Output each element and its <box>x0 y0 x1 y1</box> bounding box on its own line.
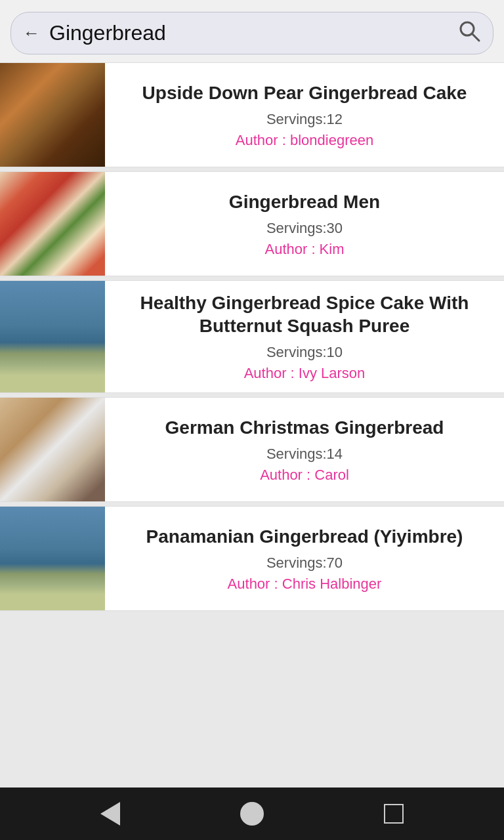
recipe-servings-gingerbread-men: Servings:30 <box>266 220 343 237</box>
search-bar: ← Gingerbread <box>10 12 494 54</box>
recipe-image-panamanian <box>0 507 105 610</box>
recipe-image-spice-cake <box>0 281 105 392</box>
recipe-card-spice-cake[interactable]: Healthy Gingerbread Spice Cake With Butt… <box>0 280 504 393</box>
recipe-author-upside-down-pear: Author : blondiegreen <box>236 132 373 149</box>
recipe-title-panamanian: Panamanian Gingerbread (Yiyimbre) <box>146 525 463 548</box>
recipe-title-spice-cake: Healthy Gingerbread Spice Cake With Butt… <box>118 291 491 337</box>
nav-home-button[interactable] <box>236 797 268 830</box>
search-input[interactable]: Gingerbread <box>49 21 448 45</box>
recipe-info-german-christmas: German Christmas GingerbreadServings:14A… <box>105 398 504 501</box>
recipe-servings-upside-down-pear: Servings:12 <box>266 111 343 128</box>
recipe-servings-german-christmas: Servings:14 <box>266 446 343 463</box>
recipe-card-german-christmas[interactable]: German Christmas GingerbreadServings:14A… <box>0 397 504 502</box>
recipe-card-upside-down-pear[interactable]: Upside Down Pear Gingerbread CakeServing… <box>0 62 504 167</box>
recipe-servings-spice-cake: Servings:10 <box>266 344 343 361</box>
recipe-image-upside-down-pear <box>0 63 105 167</box>
recipe-title-german-christmas: German Christmas Gingerbread <box>165 416 444 439</box>
recipe-author-panamanian: Author : Chris Halbinger <box>228 576 382 593</box>
bottom-nav <box>0 788 504 840</box>
recipe-card-panamanian[interactable]: Panamanian Gingerbread (Yiyimbre)Serving… <box>0 506 504 611</box>
back-button[interactable]: ← <box>23 23 40 43</box>
nav-back-button[interactable] <box>94 797 127 830</box>
recipe-list: Upside Down Pear Gingerbread CakeServing… <box>0 62 504 788</box>
recipe-image-german-christmas <box>0 398 105 501</box>
recipe-info-panamanian: Panamanian Gingerbread (Yiyimbre)Serving… <box>105 507 504 610</box>
nav-recent-button[interactable] <box>377 797 410 830</box>
recipe-author-spice-cake: Author : Ivy Larson <box>244 365 366 382</box>
recipe-info-upside-down-pear: Upside Down Pear Gingerbread CakeServing… <box>105 63 504 167</box>
search-icon[interactable] <box>457 19 481 47</box>
recipe-servings-panamanian: Servings:70 <box>266 555 343 572</box>
recipe-info-spice-cake: Healthy Gingerbread Spice Cake With Butt… <box>105 281 504 392</box>
recipe-author-gingerbread-men: Author : Kim <box>264 241 344 258</box>
recipe-card-gingerbread-men[interactable]: Gingerbread MenServings:30Author : Kim <box>0 171 504 276</box>
recipe-image-gingerbread-men <box>0 172 105 276</box>
recipe-author-german-christmas: Author : Carol <box>260 467 349 484</box>
recipe-info-gingerbread-men: Gingerbread MenServings:30Author : Kim <box>105 172 504 276</box>
recipe-title-upside-down-pear: Upside Down Pear Gingerbread Cake <box>142 81 467 104</box>
svg-line-1 <box>472 34 479 41</box>
recipe-title-gingerbread-men: Gingerbread Men <box>229 190 380 213</box>
